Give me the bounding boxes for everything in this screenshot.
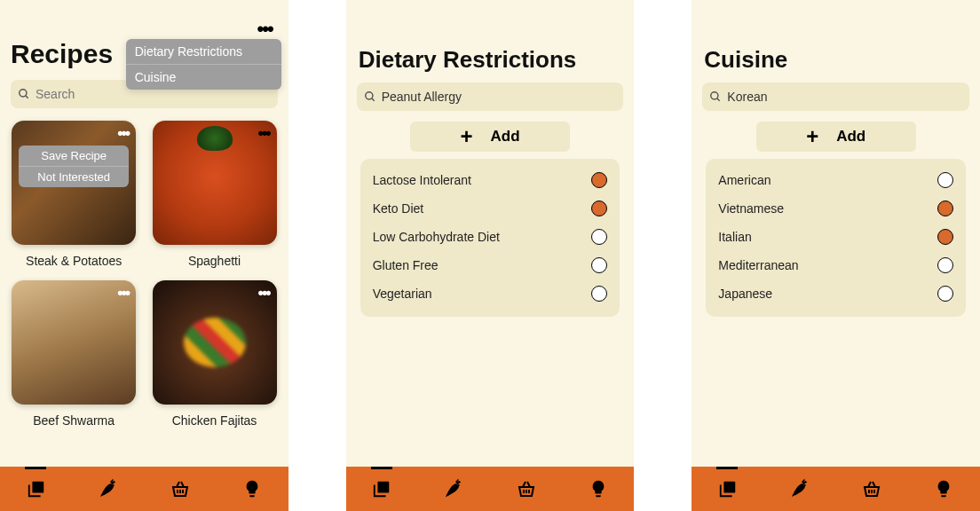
cuisine-options-list: American Vietnamese Italian Mediterranea… [706,159,966,317]
cuisine-screen: Cuisine + Add American Vietnamese Italia… [692,0,980,511]
option-label: Gluten Free [373,258,439,272]
radio-toggle[interactable] [591,229,607,245]
recipe-name: Spaghetti [188,254,241,268]
list-item[interactable]: Vietnamese [716,194,955,223]
recipe-image: ••• [12,280,136,405]
recipe-card[interactable]: ••• Chicken Fajitas [151,280,277,428]
tab-indicator [716,467,738,469]
option-label: Vegetarian [373,287,432,301]
card-more-icon[interactable]: ••• [117,284,129,303]
list-item[interactable]: Vegetarian [371,279,610,308]
option-label: Italian [718,230,751,244]
page-title: Dietary Restrictions [359,46,624,74]
recipes-screen: Recipes ••• Dietary Restrictions Cuisine… [0,0,288,511]
list-item[interactable]: Keto Diet [371,194,610,223]
list-item[interactable]: Japanese [716,279,955,308]
carrot-icon[interactable] [89,469,128,508]
search-field[interactable] [357,83,624,111]
add-button[interactable]: + Add [410,122,570,152]
radio-toggle[interactable] [591,257,607,273]
option-label: Keto Diet [373,201,424,216]
library-icon[interactable] [362,469,401,508]
recipe-name: Steak & Potatoes [26,254,122,268]
lightbulb-icon[interactable] [579,469,618,508]
page-title: Recipes [11,39,113,69]
basket-icon[interactable] [507,469,546,508]
card-more-icon[interactable]: ••• [258,284,270,303]
recipe-name: Chicken Fajitas [172,413,257,428]
option-label: Japanese [718,287,772,301]
option-label: Vietnamese [718,201,784,216]
svg-rect-2 [32,482,43,493]
add-button-label: Add [490,128,519,145]
recipe-name: Beef Shwarma [33,413,115,428]
svg-line-13 [717,98,720,101]
svg-point-12 [711,92,718,99]
carrot-icon[interactable] [780,469,819,508]
add-button[interactable]: + Add [756,122,916,152]
basket-icon[interactable] [161,469,200,508]
library-icon[interactable] [708,469,747,508]
search-input[interactable] [382,90,617,104]
svg-rect-8 [378,482,390,493]
recipe-card[interactable]: ••• Beef Shwarma [11,280,137,428]
tab-bar [692,467,980,511]
list-item[interactable]: Lactose Intolerant [371,166,610,194]
radio-toggle[interactable] [937,257,953,273]
lightbulb-icon[interactable] [233,469,272,508]
menu-cuisine[interactable]: Cuisine [126,65,281,90]
list-item[interactable]: Gluten Free [371,251,610,279]
search-input[interactable] [727,90,962,104]
svg-point-6 [365,92,372,99]
svg-point-0 [20,90,27,97]
radio-toggle[interactable] [937,286,953,302]
list-item[interactable]: American [716,166,955,194]
svg-line-1 [26,96,28,98]
dietary-restrictions-screen: Dietary Restrictions + Add Lactose Intol… [346,0,635,511]
carrot-icon[interactable] [434,469,473,508]
plus-icon: + [460,126,472,147]
card-context-menu: Save Recipe Not Interested [19,145,129,187]
radio-toggle[interactable] [937,172,953,188]
lightbulb-icon[interactable] [924,469,963,508]
option-label: Lactose Intolerant [373,173,471,187]
card-more-icon[interactable]: ••• [258,124,270,143]
radio-toggle[interactable] [591,286,607,302]
radio-toggle[interactable] [937,200,953,216]
library-icon[interactable] [17,469,56,508]
recipe-image: ••• [153,280,277,405]
svg-rect-14 [723,482,735,493]
recipe-image: ••• Save Recipe Not Interested [12,121,136,245]
save-recipe-button[interactable]: Save Recipe [19,145,129,167]
plus-icon: + [806,126,818,147]
radio-toggle[interactable] [591,200,607,216]
option-label: Low Carbohydrate Diet [373,230,500,244]
radio-toggle[interactable] [591,172,607,188]
search-field[interactable] [702,83,969,111]
add-button-label: Add [836,128,865,145]
recipe-card[interactable]: ••• Spaghetti [151,121,277,268]
search-icon [364,90,376,103]
search-icon [709,90,722,103]
recipe-image: ••• [153,121,277,245]
list-item[interactable]: Low Carbohydrate Diet [371,223,610,251]
radio-toggle[interactable] [937,229,953,245]
option-label: Mediterranean [718,258,798,272]
tab-indicator [371,467,392,469]
search-icon [18,88,30,100]
not-interested-button[interactable]: Not Interested [19,167,129,187]
filter-menu: Dietary Restrictions Cuisine [126,39,281,90]
tab-indicator [25,467,46,469]
dietary-options-list: Lactose Intolerant Keto Diet Low Carbohy… [360,159,620,317]
basket-icon[interactable] [852,469,891,508]
tab-bar [346,467,635,511]
card-more-icon[interactable]: ••• [117,124,129,143]
list-item[interactable]: Italian [716,223,955,251]
tab-bar [0,467,288,511]
recipe-card[interactable]: ••• Save Recipe Not Interested Steak & P… [11,121,137,268]
svg-line-7 [371,98,374,101]
menu-dietary-restrictions[interactable]: Dietary Restrictions [126,39,281,65]
list-item[interactable]: Mediterranean [716,251,955,279]
page-title: Cuisine [704,46,969,74]
option-label: American [718,173,771,187]
